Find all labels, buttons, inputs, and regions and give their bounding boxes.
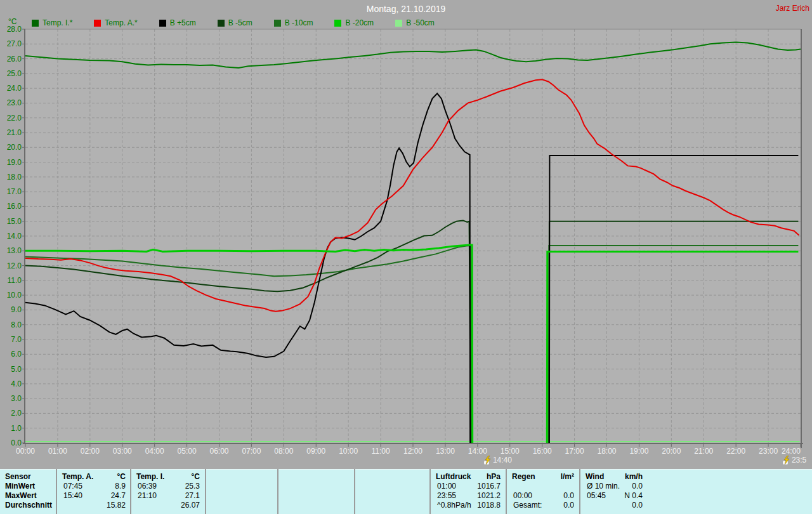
x-tick-label: 21:00: [691, 447, 716, 456]
table-col-unit: l/m²: [506, 473, 574, 481]
x-tick-label: 18:00: [595, 447, 619, 456]
y-tick-label: 20.0: [0, 143, 22, 152]
statistics-table: SensorMinWertMaxWertDurchschnittTemp. A.…: [0, 469, 812, 514]
y-tick-label: 3.0: [0, 394, 22, 403]
y-tick-label: 7.0: [0, 335, 22, 344]
x-tick-label: 19:00: [627, 447, 651, 456]
y-tick-label: 26.0: [0, 55, 22, 63]
y-tick-label: 11.0: [0, 276, 22, 285]
y-tick-label: 1.0: [0, 424, 22, 433]
x-tick-label: 08:00: [272, 447, 296, 456]
table-cell-value: 1021.2: [429, 492, 501, 500]
table-cell-value: 24.7: [56, 492, 126, 500]
y-tick-label: 4.0: [0, 379, 22, 388]
x-tick-label: 17:00: [563, 447, 587, 456]
series-temp-i: [25, 43, 801, 69]
table-cell-value: N 0.4: [579, 492, 643, 500]
table-column-separator: [354, 469, 355, 514]
y-tick-label: 8.0: [0, 320, 22, 329]
x-tick-label: 11:00: [369, 447, 393, 456]
table-cell-value: 15.82: [56, 501, 126, 510]
marker-time-label: 23:5: [792, 456, 806, 465]
x-tick-label: 00:00: [13, 447, 37, 456]
table-col-unit: hPa: [429, 473, 501, 481]
y-tick-label: 28.0: [0, 25, 22, 34]
x-tick-label: 20:00: [659, 447, 683, 456]
y-tick-label: 25.0: [0, 69, 22, 78]
y-tick-label: 9.0: [0, 305, 22, 314]
y-tick-label: 10.0: [0, 291, 22, 300]
y-tick-label: 14.0: [0, 232, 22, 241]
table-column-separator: [205, 469, 206, 514]
x-tick-label: 24:00: [779, 447, 803, 456]
x-tick-label: 16:00: [530, 447, 554, 456]
series-b-plus5: [549, 155, 799, 443]
table-col-unit: km/h: [579, 473, 643, 481]
table-column-separator: [579, 469, 580, 514]
marker-bolt-icon: [782, 456, 791, 465]
table-col-unit: °C: [130, 473, 200, 481]
series-b-minus5: [25, 221, 471, 443]
table-cell-value: 0.0: [579, 501, 643, 510]
x-tick-label: 06:00: [207, 447, 232, 456]
x-tick-label: 13:00: [433, 447, 457, 456]
x-tick-label: 14:00: [466, 447, 490, 456]
y-tick-label: 12.0: [0, 261, 22, 270]
time-marker: 23:5: [782, 456, 806, 465]
series-b-plus5: [25, 93, 470, 443]
x-tick-label: 01:00: [46, 447, 70, 456]
y-tick-label: 15.0: [0, 217, 22, 226]
table-cell-value: 26.07: [130, 501, 200, 510]
table-cell-value: 0.0: [506, 492, 574, 500]
table-cell-value: 0.0: [506, 501, 574, 510]
table-column-separator: [130, 469, 131, 514]
table-column-separator: [506, 469, 507, 514]
y-tick-label: 18.0: [0, 173, 22, 181]
table-col-unit: °C: [56, 473, 126, 481]
x-tick-label: 10:00: [336, 447, 360, 456]
series-temp-a: [25, 79, 799, 312]
table-cell-value: 1018.8: [429, 501, 501, 510]
y-tick-label: 24.0: [0, 84, 22, 93]
x-tick-label: 04:00: [143, 447, 167, 456]
table-cell-value: 8.9: [56, 482, 126, 491]
table-row-label: MaxWert: [5, 492, 37, 500]
y-tick-label: 6.0: [0, 350, 22, 359]
y-tick-label: 13.0: [0, 246, 22, 255]
table-column-separator: [429, 469, 431, 514]
y-tick-label: 22.0: [0, 114, 22, 122]
x-tick-label: 12:00: [401, 447, 425, 456]
table-cell-value: 27.1: [130, 492, 200, 500]
weather-logger-screen: { "header": { "title": "Montag, 21.10.20…: [0, 0, 812, 514]
x-tick-label: 23:00: [756, 447, 780, 456]
x-tick-label: 15:00: [498, 447, 522, 456]
x-tick-label: 05:00: [175, 447, 199, 456]
series-b-minus5: [549, 221, 798, 443]
table-column-separator: [56, 469, 57, 514]
table-row-label: MinWert: [5, 482, 35, 491]
y-tick-label: 2.0: [0, 409, 22, 418]
y-tick-label: 19.0: [0, 158, 22, 167]
y-tick-label: 5.0: [0, 365, 22, 374]
y-tick-label: 27.0: [0, 39, 22, 48]
x-tick-label: 07:00: [239, 447, 263, 456]
marker-bolt-icon: [483, 456, 492, 465]
table-cell-value: 1016.7: [429, 482, 501, 491]
y-tick-label: 16.0: [0, 202, 22, 211]
y-tick-label: 17.0: [0, 187, 22, 196]
x-tick-label: 03:00: [110, 447, 134, 456]
marker-time-label: 14:40: [493, 456, 512, 465]
temperature-chart: [0, 0, 812, 468]
table-cell-value: 0.0: [579, 482, 643, 491]
y-tick-label: 21.0: [0, 128, 22, 137]
table-cell-value: 25.3: [130, 482, 200, 491]
y-tick-label: 0.0: [0, 438, 22, 447]
x-tick-label: 02:00: [78, 447, 102, 456]
time-marker: 14:40: [483, 456, 512, 465]
table-row-label: Sensor: [5, 473, 31, 481]
table-row-label: Durchschnitt: [5, 501, 52, 510]
x-tick-label: 22:00: [724, 447, 748, 456]
x-tick-label: 09:00: [304, 447, 328, 456]
table-column-separator: [277, 469, 278, 514]
y-tick-label: 23.0: [0, 98, 22, 107]
